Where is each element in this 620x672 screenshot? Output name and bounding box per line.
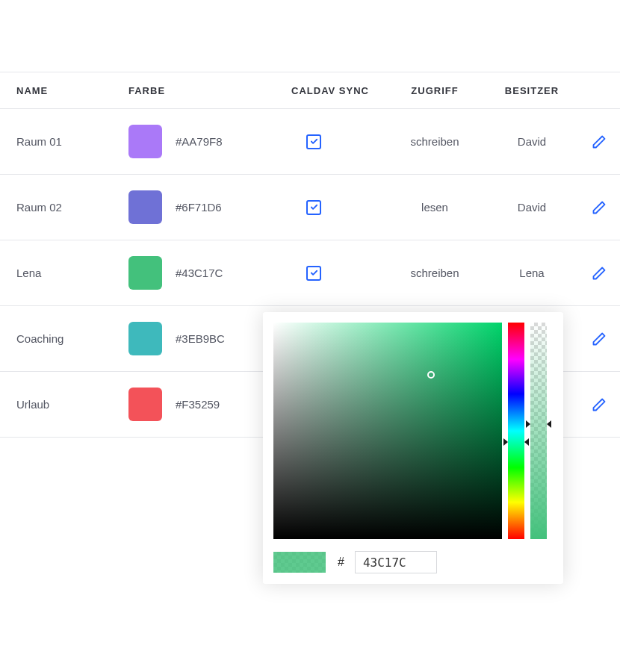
alpha-slider[interactable] bbox=[530, 323, 547, 539]
caldav-checkbox[interactable] bbox=[306, 134, 321, 149]
hex-label: #43C17C bbox=[176, 267, 223, 279]
cell-color: #AA79F8 bbox=[128, 125, 278, 158]
cell-name: Raum 02 bbox=[16, 201, 128, 214]
cell-caldav bbox=[278, 200, 382, 215]
color-swatch[interactable] bbox=[128, 125, 162, 158]
preview-swatch bbox=[273, 552, 326, 573]
edit-button[interactable] bbox=[577, 397, 620, 412]
caldav-checkbox[interactable] bbox=[306, 266, 321, 281]
cell-access: schreiben bbox=[382, 267, 487, 279]
col-caldav: CALDAV SYNC bbox=[278, 85, 382, 96]
edit-button[interactable] bbox=[577, 200, 620, 215]
table-row: Lena #43C17C schreiben Lena bbox=[0, 240, 620, 306]
saturation-value-panel[interactable] bbox=[273, 323, 502, 539]
col-access: ZUGRIFF bbox=[382, 85, 487, 96]
cell-color: #F35259 bbox=[128, 388, 278, 421]
hex-label: #F35259 bbox=[176, 398, 220, 411]
color-swatch[interactable] bbox=[128, 190, 162, 224]
color-picker-popup: # bbox=[263, 312, 563, 584]
col-name: NAME bbox=[16, 85, 128, 96]
cell-caldav bbox=[278, 266, 382, 281]
edit-button[interactable] bbox=[577, 266, 620, 281]
edit-button[interactable] bbox=[577, 332, 620, 346]
table-row: Raum 02 #6F71D6 lesen David bbox=[0, 175, 620, 240]
color-swatch[interactable] bbox=[128, 388, 162, 421]
color-swatch[interactable] bbox=[128, 322, 162, 355]
hex-hash-label: # bbox=[338, 556, 344, 569]
edit-button[interactable] bbox=[577, 134, 620, 149]
table-header-row: NAME FARBE CALDAV SYNC ZUGRIFF BESITZER bbox=[0, 72, 620, 109]
color-swatch[interactable] bbox=[128, 256, 162, 290]
hex-label: #6F71D6 bbox=[176, 201, 222, 214]
cell-color: #3EB9BC bbox=[128, 322, 278, 355]
hue-slider[interactable] bbox=[508, 323, 524, 539]
table-row: Raum 01 #AA79F8 schreiben David bbox=[0, 109, 620, 175]
cell-name: Urlaub bbox=[16, 398, 128, 411]
cell-name: Lena bbox=[16, 267, 128, 279]
cell-name: Coaching bbox=[16, 332, 128, 345]
col-owner: BESITZER bbox=[487, 85, 577, 96]
cell-caldav bbox=[278, 134, 382, 149]
cell-color: #6F71D6 bbox=[128, 190, 278, 224]
hex-input[interactable] bbox=[355, 551, 437, 573]
caldav-checkbox[interactable] bbox=[306, 200, 321, 215]
hex-label: #3EB9BC bbox=[176, 332, 225, 345]
cell-owner: David bbox=[487, 135, 577, 148]
col-color: FARBE bbox=[128, 85, 278, 96]
cell-owner: Lena bbox=[487, 267, 577, 279]
sv-cursor bbox=[427, 371, 435, 379]
cell-access: lesen bbox=[382, 201, 487, 214]
cell-access: schreiben bbox=[382, 135, 487, 148]
cell-owner: David bbox=[487, 201, 577, 214]
cell-name: Raum 01 bbox=[16, 135, 128, 148]
cell-color: #43C17C bbox=[128, 256, 278, 290]
hex-label: #AA79F8 bbox=[176, 135, 223, 148]
